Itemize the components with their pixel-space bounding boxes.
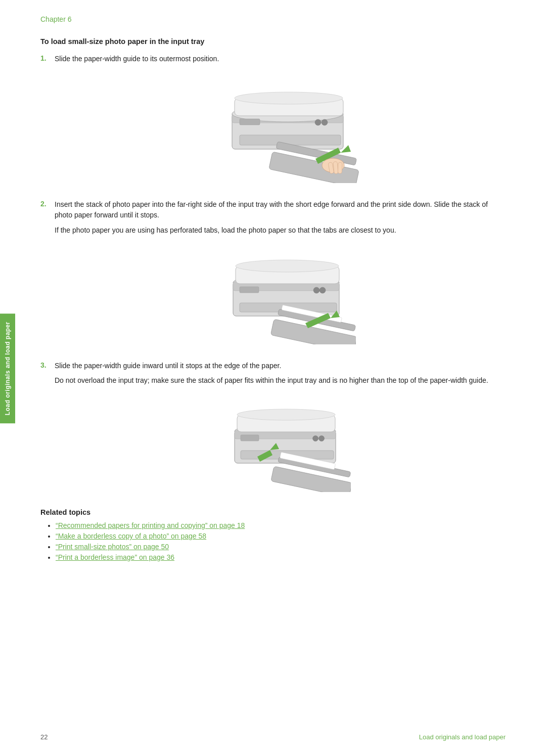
list-item: “Print a borderless image” on page 36 bbox=[56, 553, 506, 561]
svg-rect-29 bbox=[240, 287, 259, 293]
svg-point-30 bbox=[313, 287, 320, 293]
svg-point-16 bbox=[315, 119, 321, 125]
related-topics: Related topics “Recommended papers for p… bbox=[40, 508, 506, 561]
step-2-text: Insert the stack of photo paper into the… bbox=[55, 199, 506, 221]
svg-point-5 bbox=[235, 92, 343, 104]
step-1: 1. Slide the paper-width guide to its ou… bbox=[40, 54, 506, 183]
step-2: 2. Insert the stack of photo paper into … bbox=[40, 199, 506, 344]
svg-rect-6 bbox=[240, 135, 341, 145]
step-3-number: 3. bbox=[40, 361, 55, 369]
side-tab-label: Load originals and load paper bbox=[4, 322, 11, 415]
svg-rect-14 bbox=[338, 162, 342, 173]
related-link-2[interactable]: “Make a borderless copy of a photo” on p… bbox=[56, 532, 206, 540]
footer-chapter-label: Load originals and load paper bbox=[419, 733, 506, 741]
step-3-text: Slide the paper-width guide inward until… bbox=[55, 361, 506, 372]
related-link-3[interactable]: “Print small-size photos” on page 50 bbox=[56, 543, 169, 551]
chapter-label: Chapter 6 bbox=[40, 15, 506, 23]
step-1-text: Slide the paper-width guide to its outer… bbox=[55, 54, 506, 65]
related-topics-title: Related topics bbox=[40, 508, 506, 516]
printer-illustration-2 bbox=[55, 248, 506, 344]
list-item: “Print small-size photos” on page 50 bbox=[56, 543, 506, 551]
step-3: 3. Slide the paper-width guide inward un… bbox=[40, 361, 506, 492]
svg-point-31 bbox=[320, 287, 326, 293]
related-topics-list: “Recommended papers for printing and cop… bbox=[40, 521, 506, 561]
printer-svg-1 bbox=[199, 77, 361, 183]
footer: 22 Load originals and load paper bbox=[0, 733, 546, 741]
step-1-number: 1. bbox=[40, 54, 55, 62]
svg-point-45 bbox=[319, 436, 325, 441]
svg-point-17 bbox=[322, 119, 328, 125]
section-title: To load small-size photo paper in the in… bbox=[40, 37, 506, 46]
svg-rect-43 bbox=[241, 435, 259, 441]
svg-rect-15 bbox=[240, 119, 260, 125]
list-item: “Recommended papers for printing and cop… bbox=[56, 521, 506, 529]
footer-page-number: 22 bbox=[40, 733, 48, 741]
printer-illustration-1 bbox=[55, 77, 506, 183]
svg-point-22 bbox=[236, 260, 339, 272]
svg-point-44 bbox=[313, 436, 318, 441]
list-item: “Make a borderless copy of a photo” on p… bbox=[56, 532, 506, 540]
step-2-number: 2. bbox=[40, 200, 55, 208]
svg-point-36 bbox=[237, 409, 335, 420]
step-2-subtext: If the photo paper you are using has per… bbox=[55, 225, 506, 236]
related-link-4[interactable]: “Print a borderless image” on page 36 bbox=[56, 553, 174, 561]
printer-illustration-3 bbox=[55, 398, 506, 492]
printer-svg-2 bbox=[204, 248, 356, 344]
printer-svg-3 bbox=[209, 398, 351, 492]
related-link-1[interactable]: “Recommended papers for printing and cop… bbox=[56, 521, 245, 529]
step-3-subtext: Do not overload the input tray; make sur… bbox=[55, 375, 506, 386]
side-tab: Load originals and load paper bbox=[0, 314, 15, 423]
page: Load originals and load paper Chapter 6 … bbox=[0, 0, 546, 756]
